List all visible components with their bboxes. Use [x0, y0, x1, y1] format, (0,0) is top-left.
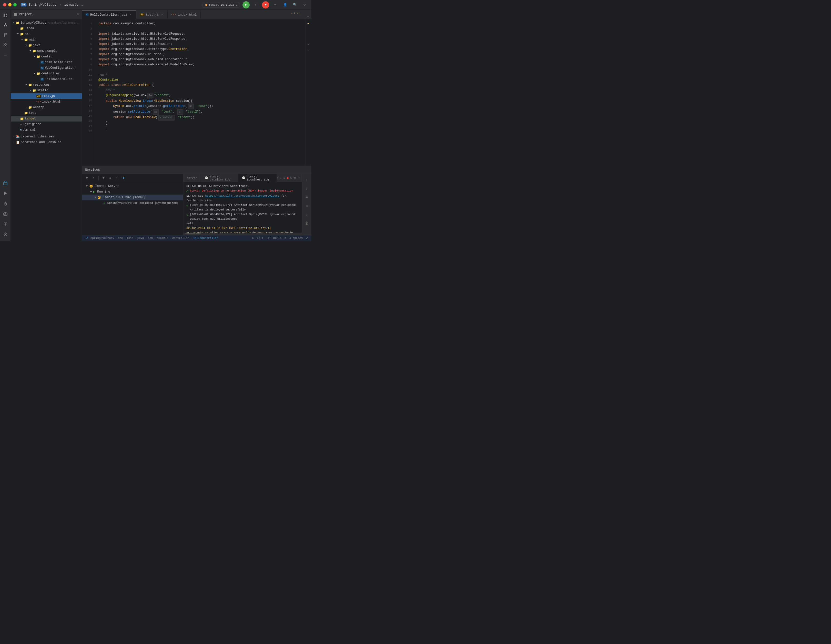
breadcrumb-project[interactable]: SpringMVCStudy: [91, 237, 114, 240]
breadcrumb-java[interactable]: java: [137, 237, 144, 240]
tree-webapp[interactable]: › 📁 webapp: [11, 105, 82, 110]
tree-main[interactable]: ▼ 📁 main: [11, 37, 82, 43]
tree-webconfig[interactable]: C WebConfiguration: [11, 65, 82, 71]
breadcrumb-controller[interactable]: controller: [172, 237, 189, 240]
breadcrumb-main[interactable]: main: [127, 237, 133, 240]
console-more-icon[interactable]: ⋯: [298, 176, 300, 180]
tab-js-close[interactable]: ×: [160, 13, 164, 17]
tree-target[interactable]: › 📁 target: [11, 116, 82, 121]
console-tab-server[interactable]: Server: [183, 174, 201, 182]
status-linesep[interactable]: LF: [267, 237, 270, 240]
svc-tomcat-instance[interactable]: ▼ 🐱 Tomcat 10.1.232 [local]: [82, 194, 183, 200]
console-right-edit-icon[interactable]: ✏: [303, 211, 310, 218]
run-panel-icon-btn[interactable]: [1, 189, 10, 198]
tree-java[interactable]: ▼ 📁 java: [11, 43, 82, 48]
tree-scratches[interactable]: › 📋 Scratches and Consoles: [11, 139, 82, 145]
svc-settings-btn[interactable]: ≡: [107, 175, 113, 181]
maximize-button[interactable]: [13, 3, 17, 6]
panel-gear-icon[interactable]: ⚙: [77, 13, 79, 16]
code-content[interactable]: package com.example.controller; import j…: [94, 19, 305, 166]
tree-controller[interactable]: ▼ 📁 controller: [11, 71, 82, 77]
console-content[interactable]: SLF4J: No SLF4J providers were found. ✔ …: [183, 182, 302, 233]
console-right-scroll-down[interactable]: ↓: [303, 185, 310, 192]
git-icon-btn[interactable]: [1, 30, 10, 40]
project-panel-toggle[interactable]: [1, 11, 10, 20]
console-right-list-icon[interactable]: ≡: [303, 194, 310, 201]
code-editor[interactable]: 1 2 3 4 5 6 7 8 9 10 11 12 ⚠ 13 14 ⚠ 15 …: [82, 19, 311, 166]
debug-icon-btn[interactable]: [1, 199, 10, 208]
plugins-icon-btn[interactable]: [1, 40, 10, 49]
build-icon-btn[interactable]: ⚡: [252, 1, 259, 8]
breadcrumb-com[interactable]: com: [148, 237, 153, 240]
console-clear-icon[interactable]: 🗑: [293, 176, 296, 180]
tree-resources[interactable]: ▼ 📁 resources: [11, 82, 82, 88]
branch-name[interactable]: ⎇ master ⌄: [64, 3, 83, 7]
slf4j-link[interactable]: https://www.slf4j.org/codes.html#noProvi…: [205, 194, 279, 198]
status-indent[interactable]: 4 spaces: [289, 237, 303, 240]
run-button[interactable]: ▶: [242, 1, 250, 8]
status-encoding[interactable]: UTF-8: [273, 237, 282, 240]
gutter-warning-1[interactable]: ▬: [306, 21, 310, 25]
stop-button[interactable]: ■: [262, 1, 269, 8]
console-scroll-down-icon[interactable]: ↓: [280, 176, 282, 180]
warning-down-arrow[interactable]: ↓: [299, 12, 301, 15]
console-tab-localhost[interactable]: 💬 Tomcat Localhost Log: [238, 174, 277, 182]
tree-testjs[interactable]: JS test.js: [11, 93, 82, 99]
services-icon-btn[interactable]: [1, 179, 10, 188]
console-tab-catalina[interactable]: 💬 Tomcat Catalina Log: [201, 174, 238, 182]
tab-indexhtml[interactable]: </> index.html: [168, 11, 200, 19]
breadcrumb-file[interactable]: HelloController: [193, 237, 218, 240]
svc-expand-btn[interactable]: ▼: [84, 175, 90, 181]
svc-add-btn[interactable]: ↑: [114, 175, 120, 181]
tree-src[interactable]: ▼ 📁 src: [11, 31, 82, 37]
more-icon-btn[interactable]: …: [1, 50, 10, 59]
console-right-grid-icon[interactable]: ⊞: [303, 202, 310, 209]
camera-icon-btn[interactable]: [1, 209, 10, 218]
status-position[interactable]: 20:1: [257, 237, 264, 240]
user-icon-btn[interactable]: 👤: [282, 1, 289, 8]
tree-hellocontroller[interactable]: C HelloController: [11, 77, 82, 82]
tree-com-example[interactable]: ▼ 📁 com.example: [11, 48, 82, 54]
console-refresh-icon[interactable]: ↻: [290, 176, 292, 180]
console-scroll-up-icon[interactable]: ↑: [277, 176, 279, 180]
svc-plus-btn[interactable]: +: [121, 175, 126, 181]
tree-pomxml[interactable]: M pom.xml: [11, 127, 82, 133]
tomcat-button[interactable]: Tomcat 10.1.232 ⌄: [202, 2, 240, 8]
console-wrap-icon[interactable]: ≡: [283, 176, 285, 180]
tree-root[interactable]: ▼ 📁 SpringMVCStudy ~/Desktop/CS/JavaE...: [11, 20, 82, 26]
console-scrollbar[interactable]: [183, 233, 302, 235]
svc-deployment[interactable]: ✔ SpringMVCStudy:war exploded [Synchroni…: [82, 200, 183, 206]
console-stop-icon[interactable]: ■: [287, 176, 288, 180]
info-icon-btn[interactable]: ⓘ: [1, 220, 10, 229]
close-button[interactable]: [3, 3, 6, 6]
tab-more-icon[interactable]: ⋯: [307, 15, 309, 19]
tab-hc-close[interactable]: ×: [129, 13, 132, 17]
structure-icon-btn[interactable]: [1, 21, 10, 30]
svc-running[interactable]: ▼ ▶ Running: [82, 189, 183, 194]
breadcrumb-example[interactable]: example: [157, 237, 169, 240]
tree-config[interactable]: ▼ 📁 config: [11, 54, 82, 59]
bottom-left-icon[interactable]: [1, 230, 10, 239]
tree-external-libraries[interactable]: › 📚 External Libraries: [11, 134, 82, 139]
svc-filter-btn[interactable]: 👁: [101, 175, 107, 181]
warning-up-arrow[interactable]: ↑: [296, 12, 298, 15]
panel-dropdown-arrow[interactable]: ⌄: [33, 13, 35, 16]
search-icon-btn[interactable]: 🔍: [291, 1, 298, 8]
more-actions-button[interactable]: ⋯: [272, 1, 279, 8]
tab-hellocontroller[interactable]: C HelloController.java ×: [82, 11, 136, 19]
tree-gitignore[interactable]: ⊘ .gitignore: [11, 121, 82, 127]
settings-icon-btn[interactable]: ⚙: [301, 1, 308, 8]
status-expand-icon[interactable]: ⤢: [306, 236, 308, 240]
tab-testjs[interactable]: JS test.js ×: [136, 11, 168, 19]
tree-test[interactable]: › 📁 test: [11, 110, 82, 116]
minimize-button[interactable]: [8, 3, 11, 6]
console-right-scroll-up[interactable]: ↑: [303, 176, 310, 183]
tree-indexhtml[interactable]: </> index.html: [11, 99, 82, 105]
tree-maininitializer[interactable]: C MainInitializer: [11, 59, 82, 65]
tree-static[interactable]: ▼ 📁 static: [11, 88, 82, 93]
tree-idea[interactable]: › 📁 .idea: [11, 26, 82, 31]
svc-tomcat-server[interactable]: ▼ 🐱 Tomcat Server: [82, 183, 183, 189]
breadcrumb-src[interactable]: src: [118, 237, 123, 240]
console-right-delete-icon[interactable]: 🗑: [303, 220, 310, 227]
svc-collapse-btn[interactable]: ×: [91, 175, 96, 181]
